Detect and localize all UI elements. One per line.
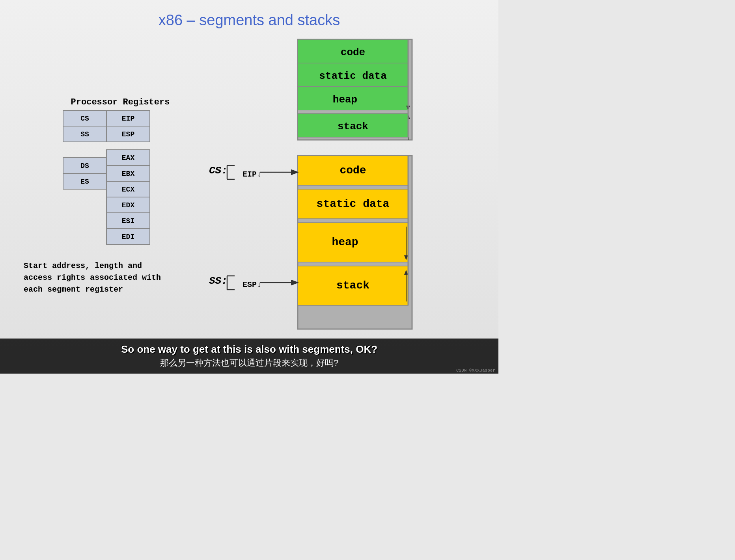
- svg-rect-1: [298, 39, 408, 63]
- slide-title: x86 – segments and stacks: [16, 8, 483, 33]
- svg-rect-20: [298, 223, 408, 262]
- svg-rect-46: [63, 126, 106, 142]
- svg-text:Start address, length and: Start address, length and: [24, 261, 142, 270]
- svg-rect-44: [106, 110, 150, 126]
- svg-rect-62: [106, 213, 150, 229]
- svg-marker-27: [404, 270, 408, 275]
- svg-text:static data: static data: [319, 70, 387, 82]
- svg-text:EDI: EDI: [122, 233, 134, 241]
- svg-rect-60: [106, 197, 150, 213]
- svg-rect-24: [298, 266, 408, 305]
- svg-text:ECX: ECX: [122, 186, 135, 193]
- svg-text:code: code: [340, 164, 366, 177]
- svg-marker-11: [406, 114, 410, 119]
- svg-text:ESP: ESP: [122, 130, 135, 138]
- diagram-svg: code static data heap stack code static …: [0, 0, 498, 374]
- svg-rect-52: [106, 150, 150, 166]
- svg-text:SS: SS: [80, 130, 89, 138]
- subtitle-bar: So one way to get at this is also with s…: [0, 339, 498, 374]
- svg-text:EIP↓: EIP↓: [243, 170, 261, 179]
- subtitle-chinese: 那么另一种方法也可以通过片段来实现，好吗?: [8, 357, 491, 369]
- svg-rect-48: [106, 126, 150, 142]
- svg-text:static data: static data: [317, 198, 390, 210]
- svg-text:ES: ES: [80, 178, 89, 186]
- svg-text:CS: CS: [80, 115, 89, 123]
- svg-text:code: code: [341, 47, 365, 58]
- svg-text:CS:: CS:: [209, 165, 228, 177]
- svg-text:EBX: EBX: [122, 170, 135, 178]
- svg-text:EIP: EIP: [122, 115, 135, 123]
- slide: x86 – segments and stacks code static da…: [0, 0, 498, 374]
- svg-rect-9: [298, 110, 408, 113]
- svg-marker-8: [406, 106, 410, 110]
- svg-text:each segment register: each segment register: [24, 285, 123, 294]
- svg-rect-3: [298, 63, 408, 87]
- svg-text:stack: stack: [338, 121, 368, 132]
- svg-text:access rights associated with: access rights associated with: [24, 273, 161, 282]
- svg-text:DS: DS: [80, 162, 89, 170]
- svg-rect-18: [298, 189, 408, 219]
- svg-rect-64: [106, 229, 150, 244]
- svg-rect-16: [298, 156, 408, 185]
- subtitle-english: So one way to get at this is also with s…: [8, 343, 491, 355]
- svg-rect-50: [63, 158, 106, 173]
- svg-rect-0: [298, 39, 412, 140]
- svg-text:ESP↓: ESP↓: [243, 280, 261, 289]
- svg-text:stack: stack: [336, 279, 369, 292]
- svg-rect-42: [63, 110, 106, 126]
- svg-rect-12: [298, 113, 408, 137]
- svg-rect-5: [298, 87, 408, 110]
- svg-text:ESI: ESI: [122, 217, 134, 225]
- svg-rect-15: [298, 156, 412, 329]
- svg-rect-58: [106, 181, 150, 197]
- svg-rect-56: [63, 173, 106, 189]
- svg-text:EDX: EDX: [122, 201, 135, 209]
- svg-marker-23: [404, 255, 408, 260]
- svg-rect-54: [106, 166, 150, 181]
- svg-text:Processor Registers: Processor Registers: [71, 97, 170, 107]
- watermark: CSDN ©XXXJasper: [456, 368, 495, 373]
- svg-text:heap: heap: [332, 236, 358, 248]
- svg-text:heap: heap: [333, 94, 357, 106]
- svg-text:SS:: SS:: [209, 275, 228, 287]
- svg-text:EAX: EAX: [122, 154, 135, 162]
